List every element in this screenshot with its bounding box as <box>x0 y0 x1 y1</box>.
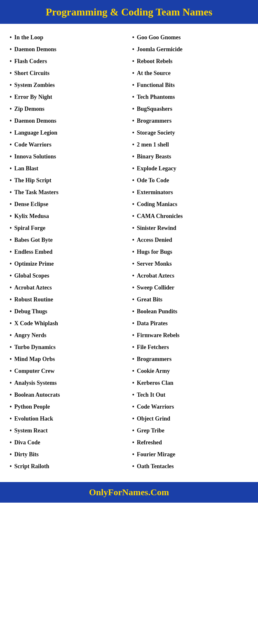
left-list-item: Debug Thugs <box>10 306 126 317</box>
right-list-item: Access Denied <box>132 234 248 246</box>
right-list-item: Tech It Out <box>132 389 248 401</box>
left-list-item: Mind Map Orbs <box>10 353 126 365</box>
left-list-item: Language Legion <box>10 127 126 139</box>
left-list-item: Babes Got Byte <box>10 234 126 246</box>
left-list-item: System Zombies <box>10 79 126 91</box>
left-list-item: Script Railoth <box>10 460 126 472</box>
right-list-item: Data Pirates <box>132 317 248 329</box>
left-list-item: Zip Demons <box>10 103 126 115</box>
footer-text: OnlyForNames.Com <box>89 487 169 497</box>
left-list-item: Daemon Demons <box>10 43 126 55</box>
left-list-item: Code Warriors <box>10 139 126 151</box>
right-list-item: Ode To Code <box>132 175 248 186</box>
right-list-item: Grep Tribe <box>132 425 248 437</box>
left-list-item: Python People <box>10 401 126 413</box>
right-list-item: Storage Society <box>132 127 248 139</box>
left-list-item: Diva Code <box>10 437 126 449</box>
left-list-item: Spiral Forge <box>10 222 126 234</box>
left-list-item: Global Scopes <box>10 270 126 282</box>
right-list-item: Cookie Army <box>132 365 248 377</box>
page-header: Programming & Coding Team Names <box>0 0 258 24</box>
right-list-item: Sinister Rewind <box>132 222 248 234</box>
right-list-item: Coding Maniacs <box>132 198 248 210</box>
right-list-item: At the Source <box>132 67 248 79</box>
right-list-item: Explode Legacy <box>132 163 248 175</box>
left-list-item: Lan Blast <box>10 163 126 175</box>
left-list-item: Endless Embed <box>10 246 126 258</box>
left-list-item: Dirty Bits <box>10 449 126 460</box>
left-list-item: Acrobat Aztecs <box>10 282 126 294</box>
left-list-item: Analysis Systems <box>10 377 126 389</box>
right-list-item: Joomla Germicide <box>132 43 248 55</box>
right-list-item: Hugs for Bugs <box>132 246 248 258</box>
right-list-item: Acrobat Aztecs <box>132 270 248 282</box>
left-list-item: Angry Nerds <box>10 329 126 341</box>
right-list-item: Reboot Rebels <box>132 55 248 67</box>
page-footer: OnlyForNames.Com <box>0 482 258 503</box>
right-list-item: Server Monks <box>132 258 248 270</box>
right-list-item: Code Warriors <box>132 401 248 413</box>
left-list-item: Dense Eclipse <box>10 198 126 210</box>
right-list-item: Kerberos Clan <box>132 377 248 389</box>
right-list-item: Firmware Rebels <box>132 329 248 341</box>
right-list-item: Oath Tentacles <box>132 460 248 472</box>
right-list-item: 2 men 1 shell <box>132 139 248 151</box>
left-list-item: In the Loop <box>10 32 126 43</box>
left-list-item: Kylix Medusa <box>10 210 126 222</box>
left-list-item: Evolution Hack <box>10 413 126 425</box>
right-list-item: Object Grind <box>132 413 248 425</box>
left-list: In the LoopDaemon DemonsFlash CodersShor… <box>10 32 126 472</box>
right-list-item: Boolean Pundits <box>132 306 248 317</box>
left-column: In the LoopDaemon DemonsFlash CodersShor… <box>6 32 129 472</box>
main-content: In the LoopDaemon DemonsFlash CodersShor… <box>0 24 258 479</box>
right-list-item: Binary Beasts <box>132 151 248 163</box>
page-title: Programming & Coding Team Names <box>8 6 250 18</box>
left-list-item: Computer Crew <box>10 365 126 377</box>
left-list-item: Short Circuits <box>10 67 126 79</box>
right-list-item: Tech Phantoms <box>132 91 248 103</box>
left-list-item: Optimize Prime <box>10 258 126 270</box>
left-list-item: Flash Coders <box>10 55 126 67</box>
left-list-item: Boolean Autocrats <box>10 389 126 401</box>
right-list-item: Great Bits <box>132 294 248 306</box>
left-list-item: Daemon Demons <box>10 115 126 127</box>
right-list-item: Sweep Collider <box>132 282 248 294</box>
left-list-item: Innova Solutions <box>10 151 126 163</box>
right-list-item: Exterminators <box>132 186 248 198</box>
right-list: Goo Goo GnomesJoomla GermicideReboot Reb… <box>132 32 248 472</box>
left-list-item: The Task Masters <box>10 186 126 198</box>
right-list-item: Goo Goo Gnomes <box>132 32 248 43</box>
right-list-item: Brogrammers <box>132 115 248 127</box>
page-wrapper: Programming & Coding Team Names In the L… <box>0 0 258 503</box>
right-list-item: File Fetchers <box>132 341 248 353</box>
right-list-item: CAMA Chronicles <box>132 210 248 222</box>
left-list-item: The Hip Script <box>10 175 126 186</box>
right-list-item: Refreshed <box>132 437 248 449</box>
left-list-item: System React <box>10 425 126 437</box>
columns-wrapper: In the LoopDaemon DemonsFlash CodersShor… <box>6 32 252 472</box>
left-list-item: X Code Whiplash <box>10 317 126 329</box>
right-column: Goo Goo GnomesJoomla GermicideReboot Reb… <box>129 32 252 472</box>
right-list-item: BugSquashers <box>132 103 248 115</box>
left-list-item: Error By Night <box>10 91 126 103</box>
right-list-item: Fourier Mirage <box>132 449 248 460</box>
right-list-item: Functional Bits <box>132 79 248 91</box>
left-list-item: Robust Routine <box>10 294 126 306</box>
left-list-item: Turbo Dynamics <box>10 341 126 353</box>
right-list-item: Brogrammers <box>132 353 248 365</box>
